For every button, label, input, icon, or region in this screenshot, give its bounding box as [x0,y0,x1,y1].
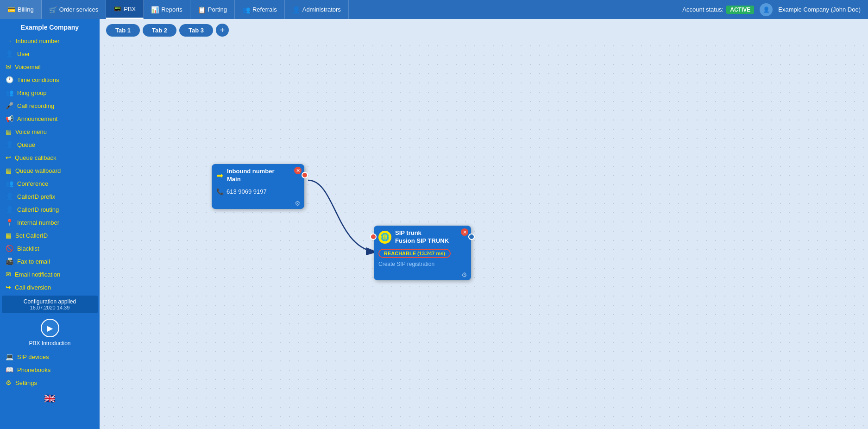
nav-porting[interactable]: 📋 Porting [190,0,235,19]
tab-bar: Tab 1 Tab 2 Tab 3 + [100,19,868,41]
pbx-intro-section: ▶ PBX Introduction [0,315,100,350]
sip-node-connector-left[interactable] [370,233,377,240]
tab-1[interactable]: Tab 1 [106,24,140,37]
referrals-icon: 👥 [242,6,250,13]
sip-node-footer: ⚙ [374,269,471,280]
sidebar-item-queue-wallboard[interactable]: ▦ Queue wallboard [0,164,100,177]
nav-administrators-label: Administrators [302,6,341,13]
sip-globe-icon: 🌐 [378,231,391,244]
sidebar-item-label: Internal number [17,219,59,226]
nav-referrals-label: Referrals [252,6,277,13]
nav-billing[interactable]: 💳 Billing [0,0,42,19]
inbound-node-title: Inbound number Main [227,168,275,183]
sidebar-item-label: CallerID routing [17,206,59,213]
nav-administrators[interactable]: 👤 Administrators [285,0,349,19]
node-arrow-icon: ➡ [216,170,223,181]
sidebar-item-conference[interactable]: 👥 Conference [0,177,100,190]
sidebar-item-callerid-routing[interactable]: 👤 CallerID routing [0,203,100,216]
sidebar-item-callerid-prefix[interactable]: 👤 CallerID prefix [0,190,100,203]
sidebar-item-label: Queue wallboard [15,167,61,174]
billing-icon: 💳 [7,6,15,13]
nav-porting-label: Porting [208,6,227,13]
pbx-icon: 📟 [113,5,121,13]
inbound-node-close[interactable]: ✕ [294,167,302,174]
add-tab-button[interactable]: + [216,24,229,37]
inbound-node-body: 📞 613 9069 9197 [212,186,304,198]
sidebar-item-voice-menu[interactable]: ▦ Voice menu [0,125,100,138]
announcement-icon: 📢 [6,115,13,122]
blacklist-icon: 🚫 [6,245,13,252]
sip-node-title: SIP trunk Fusion SIP TRUNK [395,229,449,245]
sidebar-item-sip-devices[interactable]: 💻 SIP devices [0,350,100,363]
call-diversion-icon: ↪ [6,284,11,291]
sidebar-item-label: Set CallerID [15,232,48,239]
sidebar-item-label: Call recording [17,102,54,109]
sip-devices-icon: 💻 [6,353,13,360]
sidebar-item-voicemail[interactable]: ✉ Voicemail [0,60,100,73]
nav-referrals[interactable]: 👥 Referrals [235,0,285,19]
sidebar-item-email-notification[interactable]: ✉ Email notification [0,268,100,281]
sidebar-item-label: SIP devices [17,353,49,360]
main-layout: Example Company → Inbound number 👤 User … [0,19,868,429]
sidebar-item-label: Settings [15,379,37,386]
nav-reports-label: Reports [161,6,182,13]
top-navigation: 💳 Billing 🛒 Order services 📟 PBX 📊 Repor… [0,0,868,19]
flow-canvas[interactable]: ➡ Inbound number Main ✕ 📞 613 9069 9197 [100,41,868,429]
sip-node-title-line1: SIP trunk [395,229,449,237]
inbound-node-phone: 📞 613 9069 9197 [216,188,300,195]
sidebar-item-settings[interactable]: ⚙ Settings [0,376,100,389]
sip-reachable-badge: REACHABLE (13.247 ms) [374,248,471,260]
porting-icon: 📋 [198,6,206,13]
email-notification-icon: ✉ [6,271,11,278]
sidebar-item-internal-number[interactable]: 📍 Internal number [0,216,100,229]
sidebar-item-queue[interactable]: 👤 Queue [0,138,100,151]
sidebar-item-ring-group[interactable]: 👥 Ring group [0,86,100,99]
sidebar-item-blacklist[interactable]: 🚫 Blacklist [0,242,100,255]
inbound-number-node[interactable]: ➡ Inbound number Main ✕ 📞 613 9069 9197 [212,164,304,209]
sip-node-gear-icon[interactable]: ⚙ [461,271,467,278]
sidebar-item-label: Voicemail [15,63,41,70]
inbound-node-gear-icon[interactable]: ⚙ [295,200,301,207]
voice-menu-icon: ▦ [6,128,12,135]
sidebar-item-set-callerid[interactable]: ▦ Set CallerID [0,229,100,242]
settings-icon: ⚙ [6,379,12,386]
order-services-icon: 🛒 [49,6,57,13]
inbound-node-connector-right[interactable] [302,172,308,178]
conference-icon: 👥 [6,180,13,187]
ring-group-icon: 👥 [6,89,13,96]
user-icon: 👤 [6,50,13,57]
sidebar-item-time-conditions[interactable]: 🕐 Time conditions [0,73,100,86]
flow-arrows [100,41,868,429]
account-section: Account status: ACTIVE 👤 Example Company… [682,3,868,16]
content-area: Tab 1 Tab 2 Tab 3 + ➡ [100,19,868,429]
nav-reports[interactable]: 📊 Reports [144,0,190,19]
sidebar-item-fax-to-email[interactable]: 📠 Fax to email [0,255,100,268]
create-sip-label[interactable]: Create SIP registration [374,260,471,269]
sip-node-close[interactable]: ✕ [461,228,468,236]
sip-node-header: 🌐 SIP trunk Fusion SIP TRUNK ✕ [374,226,471,248]
sidebar-item-announcement[interactable]: 📢 Announcement [0,112,100,125]
sidebar-item-phonebooks[interactable]: 📖 Phonebooks [0,363,100,376]
sidebar-item-inbound-number[interactable]: → Inbound number [0,34,100,47]
nav-pbx[interactable]: 📟 PBX [106,0,144,19]
tab-2[interactable]: Tab 2 [143,24,176,37]
sip-node-connector-right[interactable] [468,233,475,240]
sip-trunk-node[interactable]: 🌐 SIP trunk Fusion SIP TRUNK ✕ REACHABLE… [374,226,471,280]
callerid-routing-icon: 👤 [6,206,13,213]
sidebar-item-label: Inbound number [16,38,60,44]
inbound-node-footer: ⚙ [212,198,304,209]
reports-icon: 📊 [151,6,159,13]
set-callerid-icon: ▦ [6,232,12,239]
sidebar-item-call-recording[interactable]: 🎤 Call recording [0,99,100,112]
sidebar-item-user[interactable]: 👤 User [0,47,100,60]
sidebar-item-label: Voice menu [15,128,47,135]
sidebar-item-queue-callback[interactable]: ↩ Queue callback [0,151,100,164]
sip-node-title-line2: Fusion SIP TRUNK [395,237,449,245]
sidebar-item-label: Call diversion [15,284,51,291]
nav-order-services[interactable]: 🛒 Order services [42,0,107,19]
tab-3[interactable]: Tab 3 [179,24,213,37]
sidebar-item-call-diversion[interactable]: ↪ Call diversion [0,281,100,294]
sidebar-item-label: Time conditions [17,76,59,83]
phone-icon: 📞 [216,188,224,195]
play-button[interactable]: ▶ [41,319,59,337]
